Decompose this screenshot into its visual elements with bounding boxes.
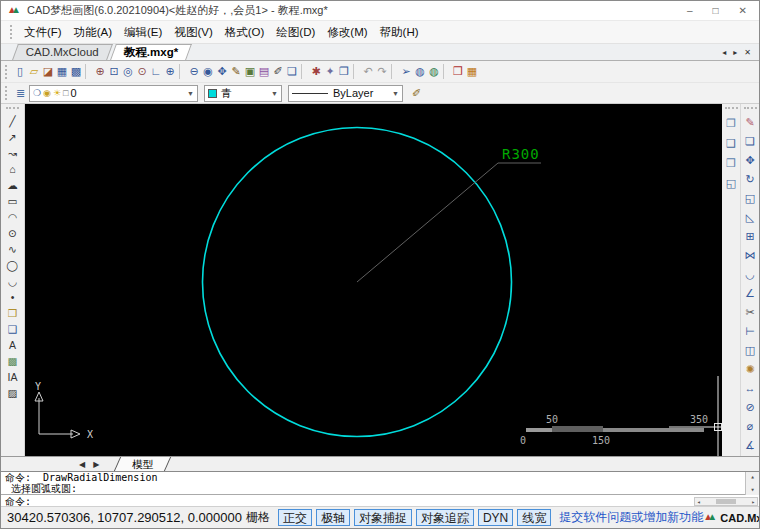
ellipse-arc-icon[interactable]: ◡ [3, 273, 23, 289]
tab-scroll-right-icon[interactable]: ▸ [733, 48, 737, 57]
tab-close-icon[interactable]: ✕ [744, 48, 751, 57]
linetype-manager-icon[interactable]: ✐ [409, 87, 424, 100]
open-file-icon[interactable]: ▱ [27, 63, 41, 80]
close-button[interactable]: ✕ [739, 5, 747, 16]
paste-block-icon[interactable]: ◱ [723, 173, 739, 193]
clipboard-toolbar-handle[interactable] [725, 107, 738, 111]
layout-next-icon[interactable]: ▶ [93, 460, 99, 469]
brand-badge[interactable]: ▲▲ CAD.MxCloud [703, 512, 760, 524]
menu-modify[interactable]: 修改(M) [321, 23, 373, 42]
draw-toolbar-handle[interactable] [6, 107, 19, 111]
zoom-all-icon[interactable]: ◉ [201, 63, 215, 80]
customize-icon[interactable]: ✦ [323, 63, 337, 80]
command-vertical-scrollbar[interactable]: ▴ ▾ [745, 472, 759, 495]
save-as-icon[interactable]: ▩ [69, 63, 83, 80]
image-icon[interactable]: ▩ [3, 353, 23, 369]
toggle-otrack[interactable]: 对象追踪 [416, 509, 474, 526]
dimension-leader-line[interactable] [357, 163, 541, 282]
point-icon[interactable]: • [3, 289, 23, 305]
undo-icon[interactable]: ↶ [361, 63, 375, 80]
trim-icon[interactable]: ✂ [742, 303, 758, 322]
array-icon[interactable]: ⊞ [742, 227, 758, 246]
tab-tutorial-mxg[interactable]: 教程.mxg* [110, 44, 192, 60]
field-text-icon[interactable]: IA [3, 369, 23, 385]
menu-format[interactable]: 格式(O) [219, 23, 271, 42]
paste-clip-icon[interactable]: ❒ [723, 153, 739, 173]
scroll-right-icon[interactable]: ▸ [751, 498, 755, 505]
hatch-icon[interactable]: ▨ [3, 385, 23, 401]
menu-drag-handle[interactable] [10, 25, 14, 39]
revcloud-icon[interactable]: ☁ [3, 177, 23, 193]
maximize-button[interactable]: □ [713, 5, 719, 16]
web-home-icon[interactable]: ◍ [413, 63, 427, 80]
open-cloud-icon[interactable]: ◪ [41, 63, 55, 80]
menu-draw[interactable]: 绘图(D) [270, 23, 321, 42]
polygon-icon[interactable]: ⌂ [3, 161, 23, 177]
minimize-button[interactable]: – [687, 5, 693, 16]
export-image-icon[interactable]: ▦ [465, 63, 479, 80]
scroll-down-icon[interactable]: ▾ [750, 486, 754, 494]
move-icon[interactable]: ✥ [742, 151, 758, 170]
toggle-osnap[interactable]: 对象捕捉 [354, 509, 412, 526]
block-insert-icon[interactable]: ❑ [3, 321, 23, 337]
tab-model[interactable]: 模型 [114, 457, 171, 471]
explode-icon[interactable]: ✺ [742, 360, 758, 379]
redline-icon[interactable]: ✎ [229, 63, 243, 80]
copy-base-icon[interactable]: ❑ [723, 133, 739, 153]
circle-icon[interactable]: ⊙ [3, 225, 23, 241]
dim-diameter-icon[interactable]: ⌀ [742, 417, 758, 436]
chamfer-icon[interactable]: ∠ [742, 284, 758, 303]
dimension-text[interactable]: R300 [502, 146, 540, 162]
dim-linear-icon[interactable]: ↔ [742, 379, 758, 398]
zoom-extents-icon[interactable]: ◎ [121, 63, 135, 80]
polyline-icon[interactable]: ↝ [3, 145, 23, 161]
palette-icon[interactable]: ▤ [257, 63, 271, 80]
layer-select[interactable]: ❍◉☀□ 0 ▼ [29, 85, 198, 102]
feedback-link[interactable]: 提交软件问题或增加新功能 [559, 509, 703, 526]
image-attach-icon[interactable]: ▣ [243, 63, 257, 80]
modify-toolbar-handle[interactable] [744, 107, 757, 111]
new-file-icon[interactable]: ▯ [13, 63, 27, 80]
break-icon[interactable]: ◫ [742, 341, 758, 360]
zoom-out-icon[interactable]: ⊖ [187, 63, 201, 80]
tab-scroll-left-icon[interactable]: ◂ [722, 48, 726, 57]
xline-icon[interactable]: ↗ [3, 129, 23, 145]
dim-radius-icon[interactable]: ⊘ [742, 398, 758, 417]
layer-manager-icon[interactable]: ≣ [13, 87, 28, 100]
ellipse-icon[interactable]: ◯ [3, 257, 23, 273]
properties-drag-handle[interactable] [5, 86, 9, 100]
erase-icon[interactable]: ✎ [742, 113, 758, 132]
menu-function[interactable]: 功能(A) [68, 23, 118, 42]
menu-edit[interactable]: 编辑(E) [118, 23, 168, 42]
menu-view[interactable]: 视图(V) [168, 23, 218, 42]
toggle-ortho[interactable]: 正交 [278, 509, 312, 526]
mirror-icon[interactable]: ⋈ [742, 246, 758, 265]
scroll-left-icon[interactable]: ◂ [697, 498, 701, 505]
zoom-object-icon[interactable]: ⊙ [135, 63, 149, 80]
pan-icon[interactable]: ✥ [215, 63, 229, 80]
linetype-select[interactable]: ByLayer ▼ [288, 85, 403, 102]
drawing-canvas[interactable]: R300 Y X 50 350 0 150 [25, 104, 724, 456]
zoom-window-icon[interactable]: ⊡ [107, 63, 121, 80]
zoom-scale-icon[interactable]: ∟ [149, 63, 163, 80]
rotate-icon[interactable]: ↻ [742, 170, 758, 189]
extend-icon[interactable]: ⊢ [742, 322, 758, 341]
block-create-icon[interactable]: ❒ [3, 305, 23, 321]
toolbar-drag-handle[interactable] [5, 65, 9, 79]
zoom-in-icon[interactable]: ⊕ [163, 63, 177, 80]
plugin-icon[interactable]: ❐ [337, 63, 351, 80]
dim-angular-icon[interactable]: ∡ [742, 436, 758, 455]
menu-help[interactable]: 帮助(H) [374, 23, 425, 42]
redo-icon[interactable]: ↷ [375, 63, 389, 80]
copy-clip-icon[interactable]: ❐ [723, 113, 739, 133]
toggle-grid[interactable]: 栅格 [242, 509, 274, 526]
zoom-realtime-icon[interactable]: ⊕ [93, 63, 107, 80]
save-icon[interactable]: ▦ [55, 63, 69, 80]
stretch-icon[interactable]: ◺ [742, 208, 758, 227]
arc-icon[interactable]: ◠ [3, 209, 23, 225]
bug-report-icon[interactable]: ✱ [309, 63, 323, 80]
new-window-icon[interactable]: ❏ [285, 63, 299, 80]
color-select[interactable]: 青 ▼ [204, 85, 282, 102]
command-horizontal-scrollbar[interactable]: ◂ ▸ [694, 497, 758, 506]
scrollbar-thumb[interactable] [716, 499, 736, 504]
